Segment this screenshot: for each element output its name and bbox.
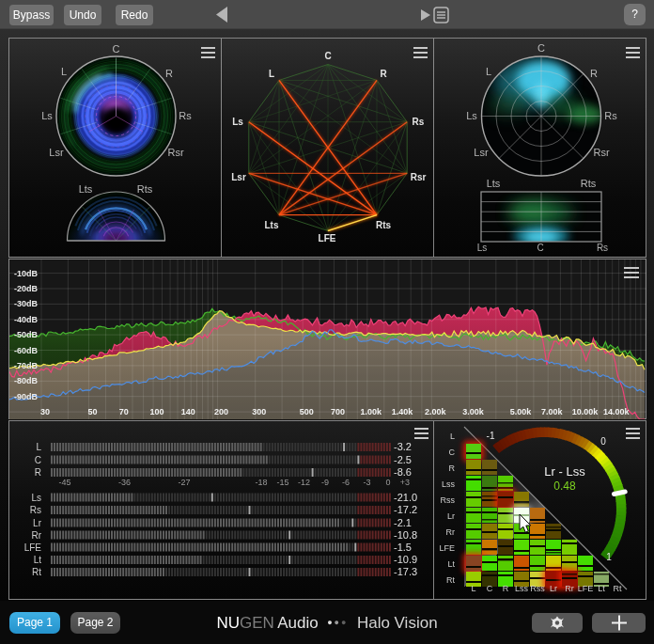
svg-text:Lr - Lss: Lr - Lss (544, 464, 585, 479)
svg-text:-12: -12 (298, 478, 310, 487)
svg-text:-8.6: -8.6 (394, 466, 412, 478)
svg-text:Rsr: Rsr (167, 147, 183, 158)
svg-text:Rsr: Rsr (593, 147, 609, 158)
svg-text:Rss: Rss (441, 495, 456, 505)
svg-text:200: 200 (214, 407, 228, 416)
svg-text:R: R (503, 584, 509, 593)
svg-text:-10.8: -10.8 (394, 529, 417, 541)
svg-text:Rt: Rt (32, 567, 41, 577)
svg-text:Lts: Lts (487, 178, 501, 189)
svg-text:7.00k: 7.00k (541, 407, 564, 416)
svg-text:-80dB: -80dB (14, 376, 39, 385)
svg-text:Rs: Rs (179, 110, 192, 121)
svg-text:-3: -3 (363, 478, 370, 487)
svg-text:-1.5: -1.5 (394, 542, 412, 553)
svg-text:Lr: Lr (447, 511, 455, 521)
svg-text:Ls: Ls (466, 110, 477, 121)
svg-text:-10.9: -10.9 (394, 554, 417, 565)
svg-text:700: 700 (331, 407, 345, 416)
svg-text:1.40k: 1.40k (392, 407, 414, 416)
svg-text:Lts: Lts (265, 220, 279, 230)
svg-text:Lss: Lss (515, 584, 529, 593)
svg-text:5.00k: 5.00k (510, 407, 533, 416)
svg-text:1: 1 (606, 552, 612, 562)
svg-text:R: R (165, 68, 173, 79)
svg-text:-17.2: -17.2 (394, 504, 417, 515)
svg-text:Rs: Rs (30, 505, 41, 515)
svg-text:-36: -36 (118, 478, 131, 487)
svg-text:-2.5: -2.5 (394, 454, 412, 465)
svg-text:-1: -1 (487, 431, 495, 441)
svg-text:C: C (35, 455, 41, 465)
svg-text:2.00k: 2.00k (425, 407, 447, 416)
svg-text:140: 140 (181, 407, 195, 416)
svg-text:C: C (537, 42, 545, 54)
svg-text:C: C (537, 243, 543, 253)
svg-text:Rts: Rts (137, 183, 153, 195)
svg-text:-2.1: -2.1 (394, 517, 412, 528)
svg-text:Rs: Rs (597, 243, 608, 253)
svg-text:L: L (61, 66, 67, 77)
svg-text:-90dB: -90dB (14, 392, 39, 401)
svg-text:L: L (486, 66, 491, 77)
svg-text:R: R (380, 69, 387, 79)
svg-text:Lt: Lt (34, 555, 42, 565)
svg-text:-40dB: -40dB (14, 315, 39, 324)
svg-text:10.00k: 10.00k (572, 407, 600, 416)
svg-text:L: L (36, 442, 41, 452)
svg-text:Rt: Rt (614, 584, 622, 593)
svg-text:3.00k: 3.00k (462, 407, 485, 416)
svg-text:Lt: Lt (447, 559, 455, 569)
svg-text:Lsr: Lsr (474, 147, 489, 158)
svg-text:-18: -18 (255, 478, 267, 487)
svg-text:L: L (471, 584, 475, 593)
svg-text:30: 30 (40, 407, 50, 416)
svg-text:LFE: LFE (578, 584, 594, 593)
svg-text:500: 500 (300, 407, 314, 416)
svg-text:-10dB: -10dB (14, 269, 39, 278)
svg-text:Rr: Rr (565, 584, 574, 593)
svg-text:0: 0 (600, 436, 606, 447)
svg-text:Lsr: Lsr (49, 147, 64, 158)
svg-text:L: L (269, 69, 274, 79)
svg-text:-20dB: -20dB (14, 284, 39, 293)
svg-text:C: C (487, 584, 493, 593)
svg-text:LFE: LFE (439, 543, 455, 553)
svg-text:LFE: LFE (319, 233, 336, 243)
svg-text:LFE: LFE (24, 542, 42, 553)
svg-text:70: 70 (119, 407, 129, 416)
svg-text:Lsr: Lsr (231, 172, 246, 182)
svg-text:-30dB: -30dB (14, 299, 39, 308)
svg-text:Rsr: Rsr (411, 172, 427, 182)
svg-text:Ls: Ls (232, 117, 243, 127)
svg-text:-6: -6 (342, 478, 350, 487)
svg-text:Rts: Rts (376, 220, 392, 230)
svg-text:-27: -27 (178, 478, 190, 487)
svg-text:-17.3: -17.3 (394, 566, 417, 577)
svg-text:Lss: Lss (442, 479, 456, 489)
svg-text:Ls: Ls (477, 243, 488, 253)
svg-text:100: 100 (150, 407, 164, 416)
svg-text:Rts: Rts (581, 178, 597, 189)
svg-text:Lr: Lr (550, 584, 557, 593)
svg-text:Rss: Rss (530, 584, 545, 593)
svg-text:Rs: Rs (413, 117, 425, 127)
svg-text:14.00k: 14.00k (603, 407, 631, 416)
svg-text:50: 50 (87, 407, 97, 416)
svg-text:-60dB: -60dB (14, 346, 39, 355)
svg-text:Lt: Lt (598, 584, 605, 593)
svg-text:0.48: 0.48 (553, 479, 576, 493)
svg-text:L: L (450, 432, 455, 441)
svg-text:-50dB: -50dB (14, 330, 39, 339)
svg-text:Ls: Ls (31, 493, 41, 503)
svg-text:300: 300 (252, 407, 266, 416)
svg-text:-70dB: -70dB (14, 361, 39, 370)
svg-text:0: 0 (385, 478, 390, 487)
svg-text:R: R (35, 467, 41, 478)
svg-text:C: C (324, 51, 331, 61)
svg-text:R: R (590, 68, 598, 79)
svg-text:C: C (113, 43, 120, 55)
svg-text:+3: +3 (400, 478, 410, 487)
svg-text:-45: -45 (58, 478, 70, 487)
svg-text:-15: -15 (276, 478, 288, 487)
